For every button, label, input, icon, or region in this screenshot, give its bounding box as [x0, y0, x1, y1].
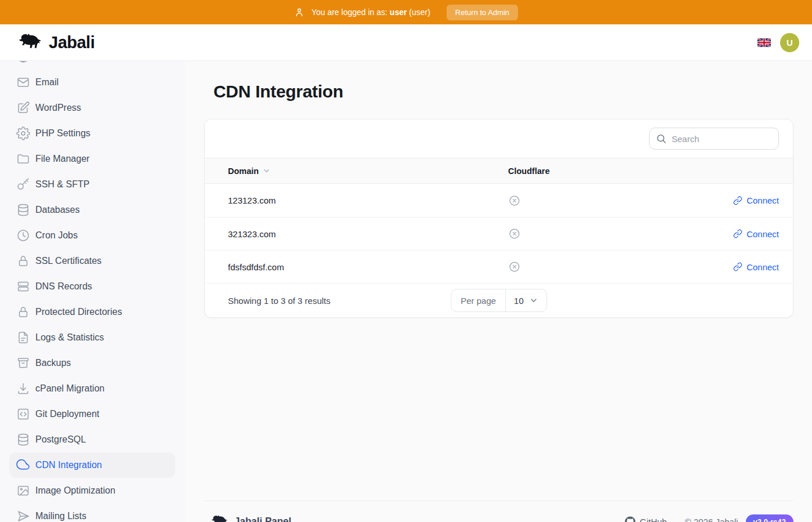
lock-icon [16, 305, 30, 319]
column-header-domain[interactable]: Domain [205, 166, 508, 176]
table-toolbar [205, 119, 793, 158]
impersonated-username: user [390, 8, 407, 17]
sidebar-item-label: Databases [35, 205, 80, 215]
brand-logo[interactable]: Jabali [15, 32, 95, 52]
sidebar-item-label: CDN Integration [35, 460, 102, 470]
sidebar-item-partial[interactable] [9, 61, 175, 70]
pagination-bar: Showing 1 to 3 of 3 results Per page 10 [205, 283, 793, 317]
sidebar-item-databases[interactable]: Databases [9, 197, 175, 223]
gear-icon [16, 126, 30, 140]
connect-link[interactable]: Connect [733, 229, 779, 239]
sidebar-item-label: Cron Jobs [35, 230, 78, 241]
code-square-icon [16, 407, 30, 421]
user-icon [294, 7, 304, 17]
search-icon [655, 133, 667, 144]
per-page-control: Per page 10 [451, 289, 547, 312]
download-icon [16, 382, 30, 396]
sidebar-item-label: SSL Certificates [35, 256, 102, 266]
cdn-table-card: Domain Cloudflare 123123.com Connect [204, 119, 793, 318]
results-summary: Showing 1 to 3 of 3 results [228, 296, 331, 306]
sidebar-item-protected-directories[interactable]: Protected Directories [9, 299, 175, 325]
sidebar-item-cdn-integration[interactable]: CDN Integration [9, 452, 175, 478]
sidebar-item-email[interactable]: Email [9, 70, 175, 95]
sidebar-item-label: Protected Directories [35, 307, 122, 317]
sidebar-item-label: Backups [35, 358, 71, 368]
document-icon [16, 331, 30, 345]
table-row: 321323.com Connect [205, 217, 793, 250]
sidebar-item-cron-jobs[interactable]: Cron Jobs [9, 223, 175, 248]
key-icon [16, 177, 30, 191]
archive-box-icon [16, 356, 30, 370]
column-header-cloudflare: Cloudflare [508, 166, 550, 176]
envelope-icon [16, 75, 30, 89]
version-badge: v2.0-rc42 [746, 514, 793, 522]
chevron-down-icon [529, 296, 538, 305]
sidebar-item-label: WordPress [35, 103, 81, 113]
sidebar-item-label: Git Deployment [35, 409, 99, 419]
impersonation-banner: You are logged in as: user (user) Return… [0, 0, 812, 24]
sidebar-item-label: SSH & SFTP [35, 179, 89, 190]
link-icon [733, 262, 742, 271]
sidebar-item-label: Mailing Lists [35, 511, 86, 521]
sidebar-item-label: PostgreSQL [35, 434, 86, 445]
app-header: Jabali U [0, 24, 812, 61]
table-header-row: Domain Cloudflare [205, 158, 793, 184]
sidebar-item-label: DNS Records [35, 281, 92, 292]
sidebar-item-image-optimization[interactable]: Image Optimization [9, 478, 175, 503]
sidebar-item-label: PHP Settings [35, 128, 90, 139]
search-input[interactable] [649, 128, 779, 150]
brand-name: Jabali [49, 33, 95, 52]
sidebar-item-backups[interactable]: Backups [9, 350, 175, 376]
sidebar-item-ssh-sftp[interactable]: SSH & SFTP [9, 172, 175, 197]
footer-copyright: © 2026 Jabali [685, 517, 738, 522]
github-link[interactable]: GitHub [625, 516, 667, 522]
sidebar-item-wordpress[interactable]: WordPress [9, 95, 175, 121]
footer-separator: · [675, 517, 677, 522]
sidebar-item-label: cPanel Migration [35, 383, 104, 394]
link-icon [733, 196, 742, 205]
x-circle-icon [508, 227, 521, 240]
domain-cell: 123123.com [205, 195, 508, 205]
boar-icon [15, 32, 43, 52]
sidebar-item-dns-records[interactable]: DNS Records [9, 274, 175, 299]
return-to-admin-button[interactable]: Return to Admin [447, 5, 518, 20]
boar-icon [209, 514, 229, 522]
database-icon [16, 203, 30, 217]
link-icon [733, 229, 742, 238]
sidebar-item-cpanel-migration[interactable]: cPanel Migration [9, 376, 175, 401]
x-circle-icon [508, 194, 521, 207]
sidebar-item-label: File Manager [35, 154, 89, 164]
language-flag-uk[interactable] [757, 38, 771, 47]
sidebar-item-git-deployment[interactable]: Git Deployment [9, 401, 175, 427]
globe-icon [16, 61, 30, 64]
domain-cell: fdsfsdfdsf.com [205, 262, 508, 272]
sidebar-item-mailing-lists[interactable]: Mailing Lists [9, 503, 175, 522]
uk-flag-icon [757, 38, 771, 47]
impersonation-message: You are logged in as: user (user) [311, 8, 430, 17]
pencil-square-icon [16, 101, 30, 115]
per-page-label: Per page [451, 289, 506, 311]
database-icon [16, 433, 30, 447]
x-circle-icon [508, 260, 521, 273]
connect-link[interactable]: Connect [733, 195, 779, 205]
sort-chevron-down-icon [262, 166, 271, 175]
page-title: CDN Integration [213, 82, 793, 102]
server-icon [16, 280, 30, 293]
per-page-select[interactable]: 10 [506, 289, 546, 311]
sidebar-item-ssl-certificates[interactable]: SSL Certificates [9, 248, 175, 274]
clock-icon [16, 229, 30, 242]
github-icon [625, 516, 636, 522]
table-row: fdsfsdfdsf.com Connect [205, 250, 793, 283]
app-footer: Jabali Panel GitHub · © 2026 Jabali v2.0… [204, 501, 793, 522]
lock-icon [16, 254, 30, 268]
paper-plane-icon [16, 509, 30, 522]
image-icon [16, 484, 30, 498]
user-avatar[interactable]: U [780, 33, 799, 52]
sidebar-item-postgresql[interactable]: PostgreSQL [9, 427, 175, 452]
connect-link[interactable]: Connect [733, 262, 779, 272]
sidebar-item-label: Image Optimization [35, 485, 115, 496]
domain-cell: 321323.com [205, 229, 508, 239]
sidebar-item-php-settings[interactable]: PHP Settings [9, 121, 175, 146]
sidebar-item-file-manager[interactable]: File Manager [9, 146, 175, 172]
sidebar-item-logs-statistics[interactable]: Logs & Statistics [9, 325, 175, 350]
